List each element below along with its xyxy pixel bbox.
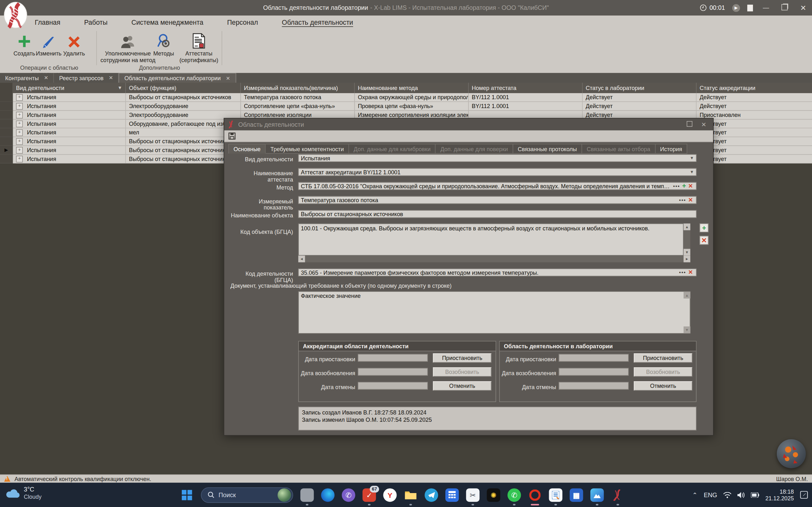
menu-raboty[interactable]: Работы: [84, 18, 107, 26]
table-cell[interactable]: +Испытания: [13, 111, 126, 119]
taskbar-icon-folder[interactable]: [404, 488, 417, 501]
expand-row-icon[interactable]: +: [16, 147, 23, 153]
close-tab-icon[interactable]: ✕: [44, 75, 48, 81]
expand-row-icon[interactable]: +: [16, 103, 23, 109]
taskbar-icon-todoist[interactable]: ✓67: [362, 488, 376, 501]
search-daily-image[interactable]: [277, 488, 291, 501]
taskbar-icon-snipping-tool[interactable]: ✂: [466, 488, 479, 501]
expand-row-icon[interactable]: +: [16, 94, 23, 101]
current-row-marker[interactable]: ▶: [0, 146, 13, 155]
remove-object-code-button[interactable]: ✕: [700, 236, 709, 245]
col-pokazatel[interactable]: Измеряемый показатель(величина): [241, 83, 355, 93]
row-selector[interactable]: [0, 137, 13, 146]
clock-widget[interactable]: 18:18 21.12.2025: [765, 488, 794, 501]
taskbar-icon-opera[interactable]: [528, 488, 542, 501]
dialog-tab-protokoly[interactable]: Связанные протоколы: [513, 144, 582, 154]
tab-oblast-deyatelnosti-laboratorii[interactable]: Область деятельности лаборатории✕: [119, 73, 236, 83]
suspend-button[interactable]: Приостановить: [433, 353, 491, 362]
col-obekt[interactable]: Объект (функция): [126, 83, 241, 93]
suspend-date-input[interactable]: [358, 354, 427, 361]
certificates-button[interactable]: Аттестаты (сертификаты): [176, 31, 222, 64]
resume-date-input[interactable]: [559, 368, 629, 376]
table-cell[interactable]: +Испытания: [13, 155, 126, 164]
scroll-down-icon[interactable]: ▼: [683, 249, 690, 256]
create-button[interactable]: Создать: [11, 31, 38, 57]
expand-row-icon[interactable]: +: [16, 112, 23, 118]
scroll-up-icon[interactable]: ▲: [683, 223, 690, 230]
document-textarea[interactable]: Фактическое значение: [298, 291, 690, 334]
taskbar-icon-blue-app[interactable]: ▦: [570, 488, 583, 501]
row-selector[interactable]: [0, 93, 13, 102]
delete-button[interactable]: Удалить: [61, 31, 87, 57]
assistant-floating-button[interactable]: [777, 439, 806, 468]
expand-row-icon[interactable]: +: [16, 120, 23, 127]
col-metod[interactable]: Наименование метода: [355, 83, 468, 93]
menu-glavnaya[interactable]: Главная: [35, 18, 60, 26]
table-cell[interactable]: Охрана окружающей среды и природопользо.…: [355, 93, 468, 102]
cancel-button[interactable]: Отменить: [634, 381, 692, 390]
tab-reestr-zaprosov[interactable]: Реестр запросов✕: [54, 73, 119, 83]
table-cell[interactable]: Действует: [697, 102, 812, 111]
table-cell[interactable]: +Испытания: [13, 137, 126, 146]
clear-activity-code-icon[interactable]: ✕: [687, 269, 694, 276]
menu-personal[interactable]: Персонал: [227, 18, 258, 26]
close-button[interactable]: ✕: [798, 3, 809, 12]
table-cell[interactable]: +Испытания: [13, 128, 126, 137]
tray-chevron-icon[interactable]: ⌃: [693, 491, 698, 498]
battery-icon[interactable]: [751, 492, 759, 497]
authorized-employees-button[interactable]: Уполномоченные сотрудники на метод: [99, 31, 156, 64]
search-box[interactable]: Поиск: [201, 487, 293, 503]
table-cell[interactable]: Действует: [697, 155, 812, 164]
menu-sistema-menedzhmenta[interactable]: Система менеджмента: [131, 18, 203, 26]
dialog-tab-osnovnye[interactable]: Основные: [229, 144, 266, 154]
table-cell[interactable]: BY/112 1.0001: [469, 102, 583, 111]
taskbar-icon-telegram[interactable]: [425, 488, 438, 501]
filter-icon[interactable]: ▼: [118, 85, 122, 90]
row-selector[interactable]: [0, 119, 13, 128]
maximize-button[interactable]: [779, 4, 791, 11]
resume-date-input[interactable]: [358, 368, 427, 376]
edit-button[interactable]: Изменить: [34, 31, 63, 57]
language-indicator[interactable]: ENG: [704, 491, 717, 498]
dialog-tab-istoriya[interactable]: История: [655, 144, 687, 154]
start-button[interactable]: [180, 488, 194, 501]
chevron-down-icon[interactable]: ▼: [690, 156, 694, 160]
col-status-laboratoriya[interactable]: Статус в лаборатории: [583, 83, 697, 93]
suspend-date-input[interactable]: [559, 354, 629, 361]
play-icon[interactable]: ▶: [732, 4, 740, 11]
clear-method-icon[interactable]: ✕: [687, 182, 694, 189]
row-selector[interactable]: [0, 111, 13, 119]
object-code-hscrollbar[interactable]: ◄ ►: [298, 256, 690, 262]
expand-row-icon[interactable]: +: [16, 156, 23, 162]
taskbar-icon-calculator[interactable]: [445, 488, 459, 501]
browse-method-button[interactable]: •••: [672, 183, 681, 189]
object-code-vscrollbar[interactable]: ▲ ▼: [683, 223, 690, 256]
close-tab-icon[interactable]: ✕: [109, 75, 113, 81]
table-cell[interactable]: Выбросы от стационарных источников: [126, 93, 241, 102]
document-vscrollbar[interactable]: ▲ ▼: [683, 292, 690, 333]
dialog-tab-kompetentnosti[interactable]: Требуемые компетентности: [266, 144, 349, 154]
browse-indicator-button[interactable]: •••: [678, 197, 687, 203]
scroll-right-icon[interactable]: ►: [683, 256, 690, 262]
table-cell[interactable]: +Испытания: [13, 146, 126, 155]
cancel-button[interactable]: Отменить: [433, 381, 491, 390]
table-cell[interactable]: Действует: [583, 93, 697, 102]
close-tab-icon[interactable]: ✕: [226, 75, 230, 81]
volume-icon[interactable]: [738, 492, 745, 498]
table-row[interactable]: +ИспытанияВыбросы от стационарных источн…: [0, 93, 812, 102]
col-status-akkreditatsii[interactable]: Статус аккредитации: [697, 83, 812, 93]
row-selector[interactable]: [0, 102, 13, 111]
notification-icon[interactable]: [800, 491, 808, 498]
cancel-date-input[interactable]: [559, 382, 629, 389]
table-cell[interactable]: Действует: [583, 102, 697, 111]
browse-activity-code-button[interactable]: •••: [678, 270, 687, 275]
taskbar-icon-yandex-browser[interactable]: Y: [383, 488, 397, 501]
activity-type-combobox[interactable]: Испытания▼: [298, 154, 697, 162]
table-cell[interactable]: Действует: [697, 146, 812, 155]
menu-oblast-deyatelnosti[interactable]: Область деятельности: [282, 18, 353, 26]
table-cell[interactable]: Температура газового потока: [241, 93, 355, 102]
taskbar-icon-edge[interactable]: [321, 488, 334, 501]
expand-row-icon[interactable]: +: [16, 129, 23, 135]
taskbar-icon-whatsapp[interactable]: ✆: [507, 488, 521, 501]
taskbar-icon-photos[interactable]: [590, 488, 604, 501]
